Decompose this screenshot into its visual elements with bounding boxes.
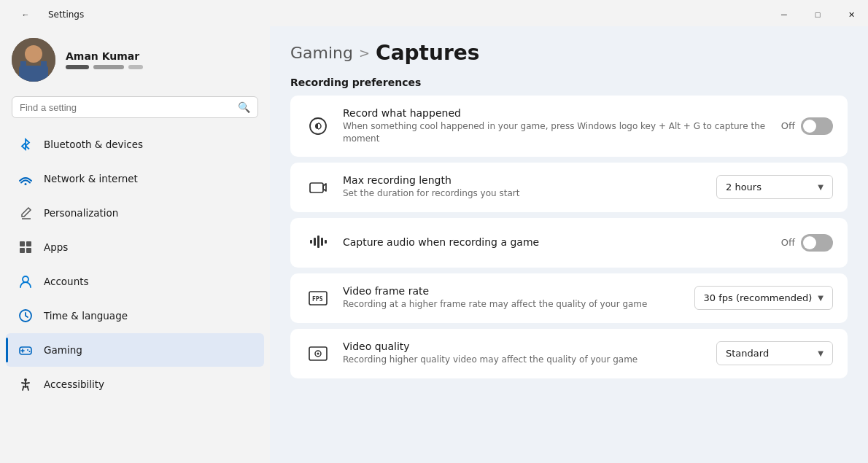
video-frame-rate-dropdown[interactable]: 30 fps (recommended) ▼ <box>694 286 833 310</box>
sidebar-item-apps[interactable]: Apps <box>6 230 264 264</box>
minimize-button[interactable]: ─ <box>767 3 801 26</box>
sidebar-item-accessibility[interactable]: Accessibility <box>6 367 264 401</box>
time-icon <box>18 308 34 324</box>
user-bar-med <box>93 65 124 69</box>
video-frame-rate-row: FPS Video frame rate Recording at a high… <box>290 273 848 323</box>
user-profile: Aman Kumar <box>0 26 270 93</box>
search-wrap: 🔍 <box>0 93 270 124</box>
user-bar-row <box>66 65 143 69</box>
svg-rect-8 <box>26 241 31 246</box>
max-recording-length-card: Max recording length Set the duration fo… <box>290 163 848 212</box>
accessibility-icon <box>18 376 34 392</box>
title-bar-left: ← Settings <box>9 3 84 26</box>
svg-rect-28 <box>325 240 327 244</box>
video-frame-rate-title: Video frame rate <box>343 285 683 297</box>
user-name: Aman Kumar <box>66 50 143 62</box>
network-icon <box>18 171 34 187</box>
capture-audio-card: Capture audio when recording a game Off <box>290 218 848 268</box>
record-icon <box>305 113 331 139</box>
capture-audio-control: Off <box>781 234 833 252</box>
avatar-image <box>12 38 55 82</box>
sidebar-item-gaming[interactable]: Gaming <box>6 333 264 367</box>
gaming-icon <box>18 342 34 358</box>
svg-line-20 <box>23 386 24 390</box>
video-quality-text: Video quality Recording higher quality v… <box>343 341 705 366</box>
avatar-svg <box>12 38 55 82</box>
record-what-happened-row: Record what happened When something cool… <box>290 96 848 157</box>
close-button[interactable]: ✕ <box>834 3 868 26</box>
maximize-button[interactable]: □ <box>801 3 834 26</box>
svg-rect-10 <box>26 248 31 253</box>
svg-rect-23 <box>310 183 323 192</box>
apps-icon <box>18 239 34 255</box>
bluetooth-icon <box>18 136 34 152</box>
sidebar-item-label-bluetooth: Bluetooth & devices <box>44 139 143 150</box>
max-recording-length-subtitle: Set the duration for recordings you star… <box>343 187 705 200</box>
capture-audio-toggle-label: Off <box>781 237 795 248</box>
user-info: Aman Kumar <box>66 50 143 69</box>
svg-rect-26 <box>317 236 319 248</box>
capture-audio-toggle[interactable] <box>801 234 833 252</box>
max-recording-length-dropdown[interactable]: 2 hours ▼ <box>716 175 833 199</box>
svg-text:FPS: FPS <box>312 296 323 303</box>
svg-point-5 <box>25 183 27 185</box>
back-button[interactable]: ← <box>9 3 42 26</box>
sidebar-item-bluetooth[interactable]: Bluetooth & devices <box>6 128 264 161</box>
svg-rect-24 <box>310 240 312 244</box>
sidebar-item-network[interactable]: Network & internet <box>6 162 264 195</box>
search-box[interactable]: 🔍 <box>12 96 258 118</box>
sidebar-item-accounts[interactable]: Accounts <box>6 265 264 298</box>
sidebar: Aman Kumar 🔍 <box>0 26 270 463</box>
chevron-down-icon-fps: ▼ <box>818 294 824 302</box>
svg-point-1 <box>25 45 42 63</box>
audio-icon <box>305 230 331 256</box>
chevron-down-icon: ▼ <box>818 183 824 191</box>
sidebar-item-time[interactable]: Time & language <box>6 299 264 332</box>
video-quality-dropdown[interactable]: Standard ▼ <box>716 341 833 365</box>
record-what-happened-title: Record what happened <box>343 107 770 119</box>
svg-rect-7 <box>20 241 25 246</box>
sidebar-item-label-network: Network & internet <box>44 173 138 184</box>
record-what-happened-control: Off <box>781 117 833 135</box>
max-recording-length-row: Max recording length Set the duration fo… <box>290 163 848 212</box>
max-recording-length-control: 2 hours ▼ <box>716 175 833 199</box>
svg-line-21 <box>28 386 29 390</box>
max-recording-length-value: 2 hours <box>726 182 762 192</box>
video-frame-rate-text: Video frame rate Recording at a higher f… <box>343 285 683 311</box>
record-what-happened-subtitle: When something cool happened in your gam… <box>343 120 770 145</box>
breadcrumb-parent: Gaming <box>290 44 353 62</box>
sidebar-item-label-gaming: Gaming <box>44 344 82 356</box>
svg-rect-3 <box>20 61 26 69</box>
svg-rect-4 <box>41 61 47 69</box>
search-icon: 🔍 <box>238 101 250 113</box>
nav-list: Bluetooth & devices Network & internet <box>0 124 270 405</box>
video-frame-rate-control: 30 fps (recommended) ▼ <box>694 286 833 310</box>
fps-icon: FPS <box>305 285 331 311</box>
video-quality-subtitle: Recording higher quality video may affec… <box>343 354 705 366</box>
record-what-happened-card: Record what happened When something cool… <box>290 96 848 157</box>
user-bar-light <box>128 65 143 69</box>
svg-rect-9 <box>20 248 25 253</box>
accounts-icon <box>18 273 34 289</box>
video-quality-value: Standard <box>726 348 769 359</box>
record-what-happened-toggle-label: Off <box>781 120 795 131</box>
svg-point-33 <box>317 352 319 354</box>
window-controls: ─ □ ✕ <box>767 3 868 26</box>
capture-audio-text: Capture audio when recording a game <box>343 236 770 249</box>
video-quality-control: Standard ▼ <box>716 341 833 365</box>
sidebar-item-personalization[interactable]: Personalization <box>6 196 264 230</box>
search-input[interactable] <box>20 102 232 113</box>
capture-audio-row: Capture audio when recording a game Off <box>290 218 848 268</box>
video-frame-rate-value: 30 fps (recommended) <box>704 292 813 303</box>
sidebar-item-label-time: Time & language <box>44 310 128 322</box>
recording-icon <box>305 174 331 201</box>
video-quality-title: Video quality <box>343 341 705 352</box>
record-what-happened-toggle[interactable] <box>801 117 833 135</box>
title-bar: ← Settings ─ □ ✕ <box>0 0 868 26</box>
app-title: Settings <box>48 9 84 20</box>
video-quality-row: Video quality Recording higher quality v… <box>290 329 848 378</box>
sidebar-item-label-apps: Apps <box>44 241 68 253</box>
svg-point-16 <box>27 349 28 351</box>
breadcrumb: Gaming > Captures <box>290 41 848 65</box>
sidebar-item-label-accounts: Accounts <box>44 276 89 287</box>
